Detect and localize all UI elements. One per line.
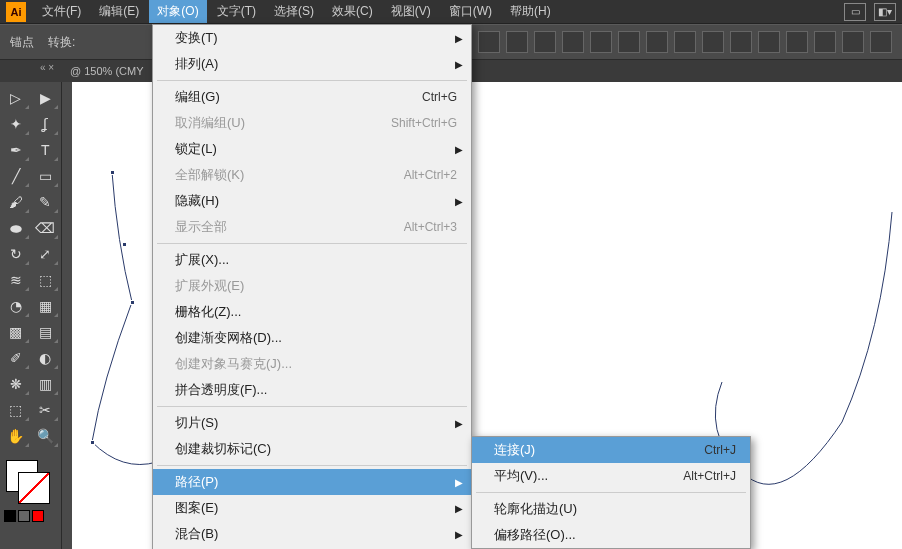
paintbrush-tool[interactable]: 🖌 [2, 190, 30, 214]
path-submenu: 连接(J)Ctrl+J 平均(V)...Alt+Ctrl+J 轮廓化描边(U) … [471, 436, 751, 549]
submenu-join[interactable]: 连接(J)Ctrl+J [472, 437, 750, 463]
align-icon-8[interactable] [646, 31, 668, 53]
menu-file[interactable]: 文件(F) [34, 0, 89, 23]
blob-brush-tool[interactable]: ⬬ [2, 216, 30, 240]
menu-arrange[interactable]: 排列(A)▶ [153, 51, 471, 77]
menu-slice[interactable]: 切片(S)▶ [153, 410, 471, 436]
type-tool[interactable]: T [32, 138, 60, 162]
workspace-switcher[interactable]: ◧▾ [874, 3, 896, 21]
align-icon-9[interactable] [674, 31, 696, 53]
doc-setup-icon[interactable]: ▭ [844, 3, 866, 21]
app-logo: Ai [6, 2, 26, 22]
width-tool[interactable]: ≋ [2, 268, 30, 292]
menu-window[interactable]: 窗口(W) [441, 0, 500, 23]
anchor-point[interactable] [90, 440, 95, 445]
align-icon-5[interactable] [562, 31, 584, 53]
menu-object[interactable]: 对象(O) [149, 0, 206, 23]
convert-label: 转换: [48, 34, 75, 51]
eraser-tool[interactable]: ⌫ [32, 216, 60, 240]
menubar: Ai 文件(F) 编辑(E) 对象(O) 文字(T) 选择(S) 效果(C) 视… [0, 0, 902, 24]
align-icon-16[interactable] [870, 31, 892, 53]
pen-tool[interactable]: ✒ [2, 138, 30, 162]
menu-group[interactable]: 编组(G)Ctrl+G [153, 84, 471, 110]
perspective-grid-tool[interactable]: ▦ [32, 294, 60, 318]
eyedropper-tool[interactable]: ✐ [2, 346, 30, 370]
menu-unlock-all: 全部解锁(K)Alt+Ctrl+2 [153, 162, 471, 188]
lasso-tool[interactable]: ʆ [32, 112, 60, 136]
menu-effect[interactable]: 效果(C) [324, 0, 381, 23]
align-icon-3[interactable] [506, 31, 528, 53]
column-graph-tool[interactable]: ▥ [32, 372, 60, 396]
align-icon-15[interactable] [842, 31, 864, 53]
zoom-tool[interactable]: 🔍 [32, 424, 60, 448]
menu-flatten[interactable]: 拼合透明度(F)... [153, 377, 471, 403]
direct-selection-tool[interactable]: ▶ [32, 86, 60, 110]
menu-pattern[interactable]: 图案(E)▶ [153, 495, 471, 521]
anchor-point[interactable] [130, 300, 135, 305]
submenu-average[interactable]: 平均(V)...Alt+Ctrl+J [472, 463, 750, 489]
menu-ungroup: 取消编组(U)Shift+Ctrl+G [153, 110, 471, 136]
tab-close-icon[interactable]: « × [40, 62, 54, 73]
align-icon-7[interactable] [618, 31, 640, 53]
align-icon-11[interactable] [730, 31, 752, 53]
submenu-outline-stroke[interactable]: 轮廓化描边(U) [472, 496, 750, 522]
symbol-sprayer-tool[interactable]: ❋ [2, 372, 30, 396]
menu-type[interactable]: 文字(T) [209, 0, 264, 23]
align-icon-4[interactable] [534, 31, 556, 53]
toolbox: ▷▶ ✦ʆ ✒T ╱▭ 🖌✎ ⬬⌫ ↻⤢ ≋⬚ ◔▦ ▩▤ ✐◐ ❋▥ ⬚✂ ✋… [0, 82, 62, 549]
menu-path[interactable]: 路径(P)▶ [153, 469, 471, 495]
align-icon-12[interactable] [758, 31, 780, 53]
document-tab[interactable]: @ 150% (CMY [70, 65, 144, 77]
swatch-red[interactable] [32, 510, 44, 522]
path-left[interactable] [92, 172, 157, 465]
rectangle-tool[interactable]: ▭ [32, 164, 60, 188]
menu-mosaic: 创建对象马赛克(J)... [153, 351, 471, 377]
menu-blend[interactable]: 混合(B)▶ [153, 521, 471, 547]
menu-crop-marks[interactable]: 创建裁切标记(C) [153, 436, 471, 462]
align-icon-10[interactable] [702, 31, 724, 53]
mesh-tool[interactable]: ▩ [2, 320, 30, 344]
swatch-black[interactable] [4, 510, 16, 522]
submenu-offset-path[interactable]: 偏移路径(O)... [472, 522, 750, 548]
menu-view[interactable]: 视图(V) [383, 0, 439, 23]
menu-lock[interactable]: 锁定(L)▶ [153, 136, 471, 162]
line-tool[interactable]: ╱ [2, 164, 30, 188]
align-icon-2[interactable] [478, 31, 500, 53]
menu-expand-appearance: 扩展外观(E) [153, 273, 471, 299]
gradient-tool[interactable]: ▤ [32, 320, 60, 344]
magic-wand-tool[interactable]: ✦ [2, 112, 30, 136]
menu-transform[interactable]: 变换(T)▶ [153, 25, 471, 51]
slice-tool[interactable]: ✂ [32, 398, 60, 422]
selection-tool[interactable]: ▷ [2, 86, 30, 110]
free-transform-tool[interactable]: ⬚ [32, 268, 60, 292]
anchor-point[interactable] [110, 170, 115, 175]
menu-help[interactable]: 帮助(H) [502, 0, 559, 23]
menu-gradient-mesh[interactable]: 创建渐变网格(D)... [153, 325, 471, 351]
menu-edit[interactable]: 编辑(E) [91, 0, 147, 23]
align-icon-14[interactable] [814, 31, 836, 53]
align-icon-13[interactable] [786, 31, 808, 53]
menu-show-all: 显示全部Alt+Ctrl+3 [153, 214, 471, 240]
color-swatches[interactable] [2, 456, 59, 524]
menu-hide[interactable]: 隐藏(H)▶ [153, 188, 471, 214]
menu-expand[interactable]: 扩展(X)... [153, 247, 471, 273]
blend-tool[interactable]: ◐ [32, 346, 60, 370]
anchor-label: 锚点 [10, 34, 34, 51]
swatch-gray[interactable] [18, 510, 30, 522]
menu-rasterize[interactable]: 栅格化(Z)... [153, 299, 471, 325]
object-menu: 变换(T)▶ 排列(A)▶ 编组(G)Ctrl+G 取消编组(U)Shift+C… [152, 24, 472, 549]
anchor-point[interactable] [122, 242, 127, 247]
control-bar-tools [450, 31, 892, 53]
artboard-tool[interactable]: ⬚ [2, 398, 30, 422]
menu-select[interactable]: 选择(S) [266, 0, 322, 23]
scale-tool[interactable]: ⤢ [32, 242, 60, 266]
menubar-tail: ▭ ◧▾ [844, 3, 896, 21]
hand-tool[interactable]: ✋ [2, 424, 30, 448]
stroke-swatch[interactable] [18, 472, 50, 504]
align-icon-6[interactable] [590, 31, 612, 53]
rotate-tool[interactable]: ↻ [2, 242, 30, 266]
shape-builder-tool[interactable]: ◔ [2, 294, 30, 318]
pencil-tool[interactable]: ✎ [32, 190, 60, 214]
